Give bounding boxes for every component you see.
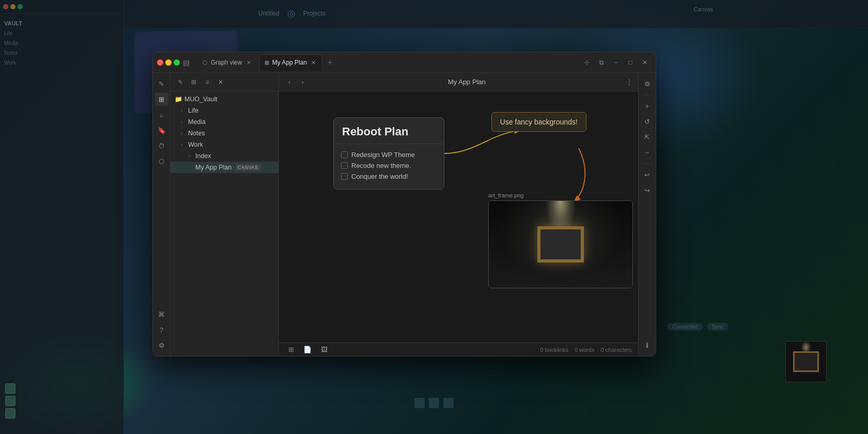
zoom-out-button[interactable]: − [641, 146, 654, 159]
close-sidebar-button[interactable]: ✕ [215, 76, 226, 88]
undo-button[interactable]: ↩ [641, 168, 654, 181]
bottom-left-icons [5, 383, 16, 419]
file-index-label: Index [195, 152, 211, 160]
checklist-label-1: Redesign WP Theme [351, 151, 415, 159]
image-node-label: art_frame.png [488, 192, 633, 200]
view-options-button[interactable]: ⊹ [581, 57, 593, 68]
tab-graph-view-close[interactable]: ✕ [245, 59, 252, 66]
tab-graph-view-label: Graph view [211, 59, 242, 66]
art-frame-container [537, 226, 584, 262]
sort-button[interactable]: ≡ [202, 76, 213, 88]
maximize-button[interactable] [174, 59, 180, 66]
new-note-button[interactable]: ✎ [175, 76, 186, 88]
tab-my-app-plan[interactable]: ⊞ My App Plan ✕ [259, 54, 322, 71]
maximize-window-button[interactable]: □ [625, 57, 636, 68]
dash-icon: − [188, 153, 193, 159]
checklist-label-2: Recode new theme. [351, 162, 411, 169]
minimize-button[interactable] [165, 59, 172, 66]
panel-divider-2 [643, 163, 652, 164]
info-button[interactable]: ℹ [641, 338, 654, 352]
vault-icon: 📁 [175, 96, 182, 103]
canvas-node-fancy[interactable]: Use fancy backgrounds! [491, 112, 586, 132]
sidebar-item-media[interactable]: › Media [171, 116, 278, 128]
chevron-right-icon: › [181, 131, 186, 136]
icon-bar-bookmark[interactable]: 🔖 [155, 123, 168, 137]
tab-bar: ⬡ Graph view ✕ ⊞ My App Plan ✕ + [193, 54, 581, 71]
checklist-item-1[interactable]: Redesign WP Theme [341, 149, 437, 160]
app-window: ▤ ⬡ Graph view ✕ ⊞ My App Plan ✕ + ⊹ ⧉ −… [152, 52, 656, 357]
back-button[interactable]: ‹ [284, 77, 295, 87]
checklist-item-3[interactable]: Conquer the world! [341, 171, 437, 182]
icon-bar-search[interactable]: ⌕ [155, 108, 168, 121]
chevron-right-icon: › [181, 119, 186, 125]
checkbox-2[interactable] [341, 162, 348, 169]
sidebar-item-notes[interactable]: › Notes [171, 128, 278, 139]
chevron-right-icon: › [181, 142, 186, 147]
right-thumbnail [785, 341, 827, 382]
canvas-node-reboot[interactable]: Reboot Plan Reboot Plan Redesign WP Them… [333, 117, 444, 190]
redo-button[interactable]: ↪ [641, 183, 654, 197]
editor-toolbar: ‹ › My App Plan ⋮ [279, 73, 638, 91]
zoom-in-button[interactable]: + [641, 99, 654, 113]
checkbox-1[interactable] [341, 151, 348, 158]
new-note-card-button[interactable]: 📄 [302, 344, 313, 355]
icon-bar: ✎ ⊞ ⌕ 🔖 ⏱ ⬡ ⌘ ? ⚙ [153, 73, 171, 356]
canvas-settings-button[interactable]: ⚙ [641, 77, 654, 90]
art-frame-inner [537, 226, 584, 262]
minimize-window-button[interactable]: − [610, 57, 622, 68]
new-card-button[interactable]: ⊞ [285, 344, 297, 355]
right-panel: ⚙ + ↺ ⇱ − ↩ ↪ ℹ [638, 73, 656, 356]
bg-window-top: Untitled ◎ Projects Canvas [124, 0, 868, 28]
icon-bar-settings[interactable]: ⚙ [155, 338, 168, 352]
icon-bar-files[interactable]: ⊞ [155, 92, 168, 106]
title-bar-left [153, 59, 180, 66]
canvas-area[interactable]: Reboot Plan Reboot Plan Redesign WP Them… [279, 91, 638, 343]
editor-area: ‹ › My App Plan ⋮ [279, 73, 638, 356]
sidebar-item-my-app-plan[interactable]: My App Plan CANVAS [171, 162, 278, 173]
sidebar-item-life[interactable]: › Life [171, 105, 278, 116]
icon-bar-graph[interactable]: ⬡ [155, 154, 168, 168]
folder-life-label: Life [188, 107, 198, 114]
canvas-content: Reboot Plan Reboot Plan Redesign WP Them… [279, 91, 638, 343]
tab-graph-view[interactable]: ⬡ Graph view ✕ [197, 54, 258, 71]
new-folder-button[interactable]: ⊞ [188, 76, 199, 88]
close-button[interactable] [157, 59, 163, 66]
checklist-item-2[interactable]: Recode new theme. [341, 160, 437, 171]
vault-name: MUO_Vault [184, 96, 218, 103]
sidebar-item-index[interactable]: − Index [171, 150, 278, 162]
add-tab-button[interactable]: + [323, 56, 336, 69]
status-info: 0 backlinks 0 words 0 characters [540, 347, 632, 353]
canvas-node-image[interactable]: art_frame.png [488, 192, 633, 288]
icon-bar-terminal[interactable]: ⌘ [155, 307, 168, 321]
sidebar-toggle-button[interactable]: ▤ [180, 58, 193, 67]
sidebar-item-work[interactable]: › Work [171, 139, 278, 150]
image-frame [488, 200, 633, 288]
vault-root[interactable]: 📁 MUO_Vault [171, 94, 278, 105]
icon-bar-edit[interactable]: ✎ [155, 77, 168, 90]
icon-bar-help[interactable]: ? [155, 323, 168, 336]
tab-my-app-plan-close[interactable]: ✕ [310, 59, 317, 66]
new-media-button[interactable]: 🖼 [318, 344, 330, 355]
bottom-center-row [414, 398, 454, 408]
fancy-node-text: Use fancy backgrounds! [500, 118, 578, 126]
fit-view-button[interactable]: ⇱ [641, 130, 654, 144]
close-window-button[interactable]: ✕ [639, 57, 650, 68]
canvas-tools: ⊞ 📄 🖼 [285, 344, 330, 355]
sidebar: ✎ ⊞ ≡ ✕ 📁 MUO_Vault › Life › Media [171, 73, 279, 356]
art-frame-background [489, 201, 632, 288]
checkbox-3[interactable] [341, 173, 348, 180]
title-bar: ▤ ⬡ Graph view ✕ ⊞ My App Plan ✕ + ⊹ ⧉ −… [153, 52, 656, 73]
folder-work-label: Work [188, 141, 203, 148]
title-bar-right: ⊹ ⧉ − □ ✕ [581, 57, 656, 68]
icon-bar-clock[interactable]: ⏱ [155, 139, 168, 152]
more-options-button[interactable]: ⋮ [626, 78, 633, 86]
main-content: ✎ ⊞ ⌕ 🔖 ⏱ ⬡ ⌘ ? ⚙ ✎ ⊞ ≡ ✕ 📁 MUO_Vault [153, 73, 656, 356]
zoom-reset-button[interactable]: ↺ [641, 115, 654, 128]
char-count: 0 characters [600, 347, 632, 353]
bg-top-bar-items: Untitled ◎ Projects [258, 8, 326, 19]
forward-button[interactable]: › [298, 77, 308, 87]
bg-window-left: VAULT Life Media Notes Work [0, 0, 124, 434]
tab-my-app-plan-label: My App Plan [272, 59, 307, 66]
split-view-button[interactable]: ⧉ [596, 57, 607, 68]
graph-view-icon: ⬡ [203, 59, 208, 66]
